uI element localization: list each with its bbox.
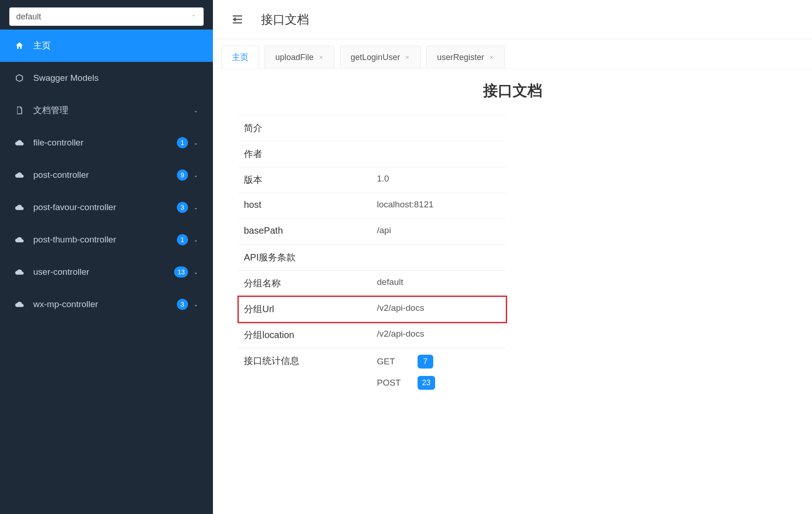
chevron-down-icon [190, 12, 197, 21]
document-gear-icon [14, 106, 25, 115]
stat-count-badge: 7 [418, 355, 433, 369]
info-label: 作者 [238, 148, 377, 160]
tab-label: getLoginUser [351, 53, 400, 62]
sidebar-item-label: 文档管理 [33, 104, 193, 116]
sidebar-menu: 主页 Swagger Models 文档管理 file-controller 1… [0, 30, 213, 320]
chevron-down-icon [193, 107, 199, 114]
info-row: basePath /api [238, 219, 506, 245]
info-row: 简介 [238, 115, 506, 141]
group-selector-value: default [16, 12, 41, 22]
info-value: /v2/api-docs [377, 329, 506, 339]
info-label: host [238, 200, 377, 210]
chevron-down-icon [193, 172, 199, 178]
sidebar-item-label: post-controller [33, 170, 177, 180]
info-table: 简介 作者 版本 1.0 host localhost:8121 basePat… [238, 115, 506, 395]
cloud-icon [14, 138, 25, 147]
sidebar-item-controller[interactable]: post-favour-controller 3 [0, 191, 213, 224]
main: 接口文档 主页 uploadFile getLoginUser userRegi… [213, 0, 812, 514]
sidebar-item-controller[interactable]: file-controller 1 [0, 127, 213, 159]
info-row-stats: 接口统计信息 GET 7 POST 23 [238, 348, 506, 395]
cube-icon [14, 73, 25, 83]
tab-label: userRegister [437, 53, 484, 62]
info-value: localhost:8121 [377, 200, 506, 210]
count-badge: 3 [177, 299, 188, 310]
tab-uploadfile[interactable]: uploadFile [265, 46, 334, 68]
sidebar-item-swagger-models[interactable]: Swagger Models [0, 62, 213, 94]
info-row: API服务条款 [238, 245, 506, 271]
cloud-icon [14, 267, 25, 277]
close-icon[interactable] [318, 54, 324, 60]
info-row: 版本 1.0 [238, 167, 506, 193]
cloud-icon [14, 235, 25, 244]
sidebar-item-label: 主页 [33, 40, 199, 52]
sidebar-item-label: wx-mp-controller [33, 299, 177, 309]
page-title: 接口文档 [261, 12, 309, 28]
sidebar: default 主页 Swagger Models 文档管理 file-cont… [0, 0, 213, 514]
info-label: API服务条款 [238, 251, 377, 264]
cloud-icon [14, 300, 25, 309]
info-value: /v2/api-docs [377, 303, 506, 313]
info-row: 作者 [238, 141, 506, 167]
tab-label: 主页 [232, 52, 248, 63]
sidebar-item-controller[interactable]: user-controller 13 [0, 256, 213, 288]
info-label: 版本 [238, 174, 377, 186]
sidebar-item-home[interactable]: 主页 [0, 30, 213, 62]
tab-getloginuser[interactable]: getLoginUser [340, 46, 421, 68]
cloud-icon [14, 170, 25, 180]
info-value: default [377, 277, 506, 287]
collapse-sidebar-button[interactable] [230, 12, 244, 26]
sidebar-item-controller[interactable]: post-thumb-controller 1 [0, 224, 213, 256]
info-row: 分组名称 default [238, 271, 506, 296]
doc-title: 接口文档 [231, 81, 794, 101]
info-label: 分组location [238, 329, 377, 341]
content: 接口文档 简介 作者 版本 1.0 host localhost:8121 ba… [213, 69, 812, 514]
stat-line: GET 7 [377, 355, 506, 369]
chevron-down-icon [193, 301, 199, 308]
chevron-down-icon [193, 139, 199, 146]
sidebar-item-label: file-controller [33, 138, 177, 148]
info-row: 分组location /v2/api-docs [238, 322, 506, 348]
home-icon [14, 41, 25, 50]
sidebar-item-label: user-controller [33, 267, 174, 277]
sidebar-item-controller[interactable]: wx-mp-controller 3 [0, 288, 213, 320]
info-value: 1.0 [377, 174, 506, 184]
info-label: 接口统计信息 [238, 355, 377, 367]
info-label: 分组名称 [238, 277, 377, 290]
group-selector[interactable]: default [9, 7, 204, 26]
cloud-icon [14, 203, 25, 212]
chevron-down-icon [193, 269, 199, 275]
info-row-highlighted: 分组Url /v2/api-docs [238, 296, 506, 322]
sidebar-item-label: post-favour-controller [33, 202, 177, 212]
sidebar-item-controller[interactable]: post-controller 9 [0, 159, 213, 191]
group-selector-wrap: default [0, 0, 213, 30]
stat-method: GET [377, 357, 409, 367]
info-label: basePath [238, 225, 377, 236]
count-badge: 1 [177, 137, 188, 148]
count-badge: 9 [177, 169, 188, 181]
info-label: 简介 [238, 122, 377, 134]
close-icon[interactable] [489, 54, 494, 60]
chevron-down-icon [193, 204, 199, 211]
info-value: GET 7 POST 23 [377, 355, 506, 390]
count-badge: 13 [174, 266, 188, 278]
info-value: /api [377, 225, 506, 236]
count-badge: 3 [177, 202, 188, 213]
tab-label: uploadFile [275, 53, 314, 62]
stat-count-badge: 23 [418, 376, 435, 390]
stat-method: POST [377, 378, 409, 388]
chevron-down-icon [193, 236, 199, 243]
topbar: 接口文档 [213, 0, 812, 39]
sidebar-item-doc-manage[interactable]: 文档管理 [0, 94, 213, 127]
stat-line: POST 23 [377, 376, 506, 390]
sidebar-item-label: Swagger Models [33, 73, 199, 83]
close-icon[interactable] [405, 54, 410, 60]
count-badge: 1 [177, 234, 188, 245]
info-row: host localhost:8121 [238, 193, 506, 219]
tab-userregister[interactable]: userRegister [426, 46, 505, 68]
tabs: 主页 uploadFile getLoginUser userRegister [213, 39, 812, 69]
sidebar-item-label: post-thumb-controller [33, 235, 177, 245]
tab-home[interactable]: 主页 [221, 46, 259, 68]
info-label: 分组Url [238, 303, 377, 315]
